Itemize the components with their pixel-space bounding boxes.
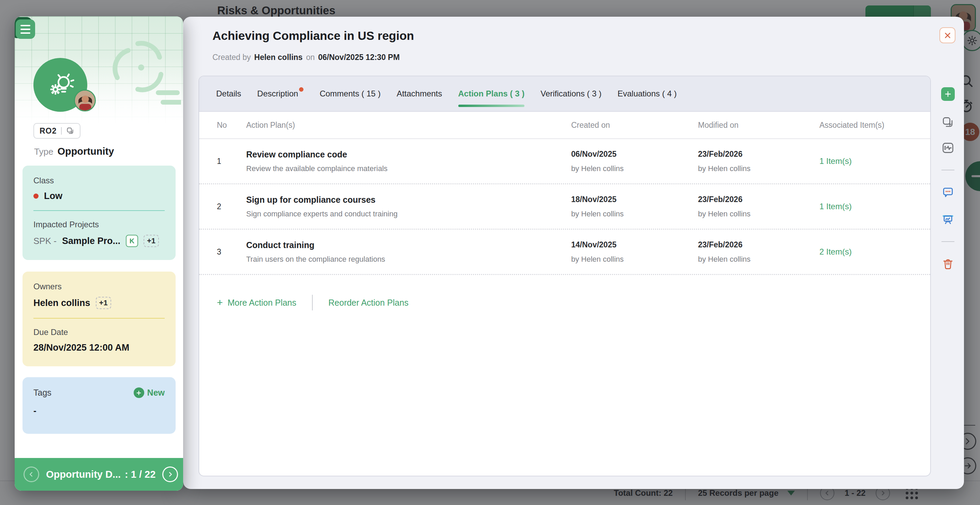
record-content-card: Details Description Comments ( 15 ) Atta… bbox=[199, 76, 931, 476]
due-date-value: 28/Nov/2025 12:00 AM bbox=[33, 343, 129, 353]
panel-header-art bbox=[15, 16, 183, 129]
created-date: 18/Nov/2025 bbox=[571, 195, 698, 204]
tab-comments[interactable]: Comments ( 15 ) bbox=[320, 76, 380, 111]
more-owners-badge[interactable]: +1 bbox=[96, 297, 111, 309]
plus-icon bbox=[134, 387, 144, 398]
associated-items-link[interactable]: 1 Item(s) bbox=[819, 202, 930, 211]
associated-items-link[interactable]: 1 Item(s) bbox=[819, 156, 930, 166]
badge-divider bbox=[61, 127, 62, 135]
action-plan-subtitle: Sign compliance experts and conduct trai… bbox=[246, 210, 571, 218]
modified-by: by Helen collins bbox=[698, 210, 819, 218]
created-by: by Helen collins bbox=[571, 164, 698, 173]
record-id: RO2 bbox=[40, 126, 57, 136]
owners-label: Owners bbox=[33, 282, 165, 291]
class-value: Low bbox=[44, 191, 62, 202]
created-by-name: Helen collins bbox=[255, 53, 303, 62]
card-divider bbox=[33, 210, 165, 211]
plus-icon: + bbox=[217, 297, 223, 308]
add-tag-label: New bbox=[147, 388, 165, 398]
project-prefix: SPK - bbox=[33, 236, 57, 246]
owners-card: Owners Helen collins +1 Due Date 28/Nov/… bbox=[22, 272, 176, 366]
add-tag-button[interactable]: New bbox=[134, 387, 165, 398]
created-datetime: 06/Nov/2025 12:30 PM bbox=[318, 53, 399, 62]
recycle-illustration-icon bbox=[96, 26, 181, 108]
created-by: by Helen collins bbox=[571, 210, 698, 218]
col-modified-on: Modified on bbox=[698, 121, 819, 130]
prev-record-button[interactable] bbox=[24, 467, 39, 482]
tab-bar: Details Description Comments ( 15 ) Atta… bbox=[199, 76, 930, 112]
menu-button[interactable] bbox=[16, 19, 35, 39]
reorder-action-plans-button[interactable]: Reorder Action Plans bbox=[328, 298, 409, 308]
col-no: No bbox=[217, 121, 246, 130]
next-record-button[interactable] bbox=[162, 467, 178, 482]
owner-name: Helen collins bbox=[33, 298, 91, 308]
pager-label: Opportunity D... bbox=[46, 469, 121, 480]
rail-divider bbox=[942, 170, 955, 170]
record-detail-modal: Achieving Compliance in US region Create… bbox=[183, 17, 964, 489]
created-date: 06/Nov/2025 bbox=[571, 149, 698, 159]
record-pager-bar: Opportunity D... : 1 / 22 bbox=[15, 458, 183, 491]
table-row[interactable]: 1 Review compliance codeReview the avail… bbox=[199, 139, 930, 184]
created-by: by Helen collins bbox=[571, 255, 698, 264]
modified-date: 23/Feb/2026 bbox=[698, 240, 819, 249]
copy-link-icon[interactable] bbox=[66, 127, 74, 135]
type-value: Opportunity bbox=[57, 146, 114, 157]
action-plan-subtitle: Train users on the compliance regulation… bbox=[246, 255, 571, 264]
tab-details[interactable]: Details bbox=[216, 76, 241, 111]
row-number: 1 bbox=[217, 157, 246, 166]
copy-record-icon[interactable] bbox=[942, 116, 955, 129]
tab-action-plans[interactable]: Action Plans ( 3 ) bbox=[458, 76, 525, 111]
created-on-word: on bbox=[306, 53, 315, 62]
action-plan-title[interactable]: Sign up for compliance courses bbox=[246, 195, 571, 205]
col-associated-items: Associated Item(s) bbox=[819, 121, 930, 130]
unread-dot bbox=[299, 87, 304, 92]
project-k-badge[interactable]: K bbox=[126, 235, 138, 247]
tab-evaluations[interactable]: Evaluations ( 4 ) bbox=[617, 76, 676, 111]
comments-icon[interactable] bbox=[942, 186, 955, 199]
tags-card: Tags New - bbox=[22, 377, 176, 434]
project-name: Sample Pro... bbox=[62, 236, 120, 246]
tags-label: Tags bbox=[33, 388, 51, 398]
record-id-badge[interactable]: RO2 bbox=[33, 123, 81, 139]
table-row[interactable]: 3 Conduct trainingTrain users on the com… bbox=[199, 230, 930, 275]
created-prefix: Created by bbox=[212, 53, 251, 62]
created-line: Created by Helen collins on 06/Nov/2025 … bbox=[212, 53, 399, 62]
more-action-plans-button[interactable]: + More Action Plans bbox=[217, 297, 296, 308]
class-label: Class bbox=[33, 176, 165, 185]
action-plan-title[interactable]: Review compliance code bbox=[246, 149, 571, 159]
table-row[interactable]: 2 Sign up for compliance coursesSign com… bbox=[199, 184, 930, 230]
action-plan-title[interactable]: Conduct training bbox=[246, 240, 571, 250]
add-button[interactable] bbox=[941, 87, 955, 101]
col-created-on: Created on bbox=[571, 121, 698, 130]
creator-avatar bbox=[74, 90, 96, 111]
action-plan-subtitle: Review the available complaince material… bbox=[246, 164, 571, 173]
created-date: 14/Nov/2025 bbox=[571, 240, 698, 249]
associated-items-link[interactable]: 2 Item(s) bbox=[819, 247, 930, 257]
rail-divider bbox=[942, 241, 955, 242]
presentation-icon[interactable] bbox=[942, 213, 955, 226]
impacted-projects-label: Impacted Projects bbox=[33, 220, 165, 229]
plus-icon bbox=[944, 90, 952, 98]
delete-icon[interactable] bbox=[942, 257, 955, 270]
tab-attachments[interactable]: Attachments bbox=[396, 76, 442, 111]
modified-by: by Helen collins bbox=[698, 255, 819, 264]
modified-by: by Helen collins bbox=[698, 164, 819, 173]
table-actions: + More Action Plans Reorder Action Plans bbox=[199, 295, 930, 310]
actions-divider bbox=[312, 295, 313, 310]
close-button[interactable] bbox=[939, 27, 955, 43]
type-row: Type Opportunity bbox=[34, 146, 114, 157]
type-label: Type bbox=[34, 146, 53, 157]
modified-date: 23/Feb/2026 bbox=[698, 195, 819, 204]
record-summary-panel: RO2 Type Opportunity Class Low Impacted … bbox=[15, 16, 183, 491]
row-number: 3 bbox=[217, 248, 246, 257]
class-level-dot bbox=[33, 194, 38, 199]
more-projects-badge[interactable]: +1 bbox=[143, 235, 159, 247]
modified-date: 23/Feb/2026 bbox=[698, 149, 819, 159]
due-date-label: Due Date bbox=[33, 327, 165, 337]
record-title: Achieving Compliance in US region bbox=[212, 29, 414, 43]
table-header: No Action Plan(s) Created on Modified on… bbox=[199, 112, 930, 139]
tab-description[interactable]: Description bbox=[257, 76, 304, 111]
audit-log-icon[interactable] bbox=[942, 141, 955, 154]
close-icon bbox=[943, 31, 952, 40]
tab-verifications[interactable]: Verifications ( 3 ) bbox=[541, 76, 601, 111]
